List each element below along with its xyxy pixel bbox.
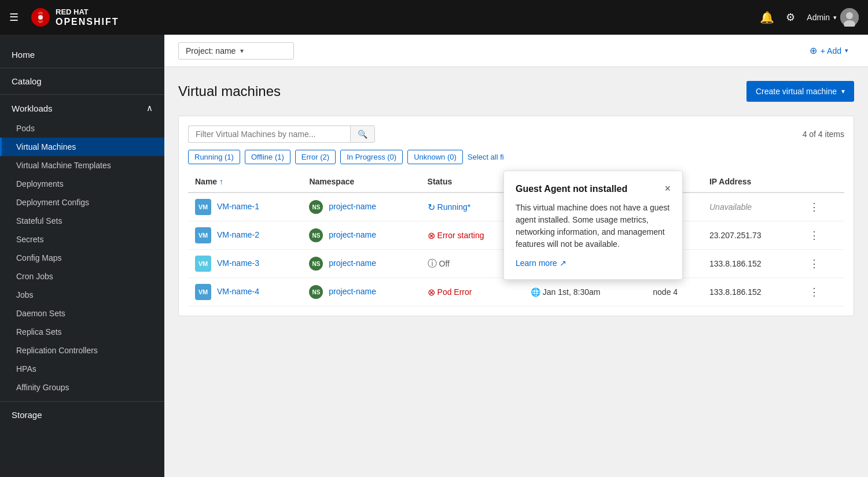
project-label: Project: name <box>186 46 236 56</box>
sidebar-item-affinity-groups[interactable]: Affinity Groups <box>0 378 164 397</box>
vm-name-cell: VM VM-name-4 <box>188 278 302 306</box>
row-kebab-menu[interactable]: ⋮ <box>806 199 823 215</box>
vm-badge: VM <box>195 199 211 215</box>
ns-link[interactable]: project-name <box>329 287 376 296</box>
row-kebab-menu[interactable]: ⋮ <box>806 256 823 271</box>
sidebar-home-section: Home Catalog Workloads ∧ PodsVirtual Mac… <box>0 35 164 430</box>
vm-name-link[interactable]: VM-name-1 <box>217 202 259 211</box>
sidebar-item-replication-controllers[interactable]: Replication Controllers <box>0 341 164 360</box>
sidebar-workloads[interactable]: Workloads ∧ <box>0 97 164 119</box>
page-title: Virtual machines <box>178 83 281 99</box>
user-menu[interactable]: Admin ▾ <box>807 8 859 27</box>
sidebar-item-secrets[interactable]: Secrets <box>0 230 164 249</box>
sidebar: Home Catalog Workloads ∧ PodsVirtual Mac… <box>0 35 164 477</box>
vm-namespace-cell: NS project-name <box>302 193 420 221</box>
sidebar-item-deployment-configs[interactable]: Deployment Configs <box>0 193 164 212</box>
status-running-icon: ↻ <box>428 202 435 213</box>
row-kebab-menu[interactable]: ⋮ <box>806 228 823 243</box>
add-button[interactable]: ⊕ + Add ▾ <box>804 42 854 60</box>
filter-search-button[interactable]: 🔍 <box>350 125 375 143</box>
popover-header: Guest Agent not installed × <box>516 183 671 195</box>
status-text: Pod Error <box>437 287 472 297</box>
vm-name-link[interactable]: VM-name-4 <box>217 287 259 296</box>
user-chevron-icon: ▾ <box>833 14 837 21</box>
ns-badge: NS <box>309 257 323 271</box>
user-label: Admin <box>807 13 830 22</box>
avatar <box>840 8 859 27</box>
popover-body: This virtual machine does not have a gue… <box>516 202 671 250</box>
filter-tag-error[interactable]: Error (2) <box>295 150 336 164</box>
learn-more-icon: ↗ <box>560 258 567 268</box>
svg-point-4 <box>846 12 853 19</box>
col-ip: IP Address <box>703 171 799 193</box>
page-title-row: Virtual machines Create virtual machine … <box>178 81 854 102</box>
table-row: VM VM-name-4 NS project-name ⊗ Pod Error… <box>188 278 844 306</box>
filter-input-wrap: 🔍 <box>188 125 375 143</box>
guest-agent-popover: Guest Agent not installed × This virtual… <box>503 171 683 280</box>
row-kebab-menu[interactable]: ⋮ <box>806 284 823 299</box>
sidebar-item-jobs[interactable]: Jobs <box>0 286 164 304</box>
vm-badge: VM <box>195 256 211 272</box>
add-plus-icon: ⊕ <box>810 45 817 56</box>
create-btn-chevron-icon: ▾ <box>841 87 845 95</box>
sidebar-item-pods[interactable]: Pods <box>0 119 164 138</box>
ns-link[interactable]: project-name <box>329 202 376 211</box>
create-vm-button[interactable]: Create virtual machine ▾ <box>746 81 854 102</box>
popover-close-button[interactable]: × <box>664 183 671 195</box>
logo-text: RED HATOPENSHIFT <box>56 8 119 28</box>
sidebar-item-replica-sets[interactable]: Replica Sets <box>0 323 164 341</box>
vm-badge: VM <box>195 284 211 300</box>
vm-namespace-cell: NS project-name <box>302 250 420 278</box>
vm-ip-cell: 133.8.186.152 <box>703 250 799 278</box>
sidebar-storage[interactable]: Storage <box>0 404 164 426</box>
filter-tag-unknown[interactable]: Unknown (0) <box>407 150 463 164</box>
filter-tag-offline[interactable]: Offline (1) <box>245 150 290 164</box>
sidebar-item-virtual-machine-templates[interactable]: Virtual Machine Templates <box>0 156 164 175</box>
filter-tags: Running (1)Offline (1)Error (2)In Progre… <box>188 150 844 164</box>
redhat-logo-icon <box>30 7 51 28</box>
settings-icon[interactable]: ⚙ <box>786 11 795 24</box>
select-all-link[interactable]: Select all fi <box>468 153 504 161</box>
vm-actions-cell: ⋮ <box>799 221 844 250</box>
sidebar-catalog[interactable]: Catalog <box>0 71 164 92</box>
vm-name-cell: VM VM-name-1 <box>188 193 302 221</box>
vm-name-link[interactable]: VM-name-2 <box>217 230 259 239</box>
status-error-icon: ⊗ <box>428 230 435 241</box>
sidebar-item-daemon-sets[interactable]: Daemon Sets <box>0 304 164 323</box>
sidebar-item-hpas[interactable]: HPAs <box>0 360 164 378</box>
last-seen-text: Jan 1st, 8:30am <box>543 287 601 297</box>
sidebar-item-cron-jobs[interactable]: Cron Jobs <box>0 267 164 286</box>
project-select[interactable]: Project: name ▾ <box>178 42 294 60</box>
ns-link[interactable]: project-name <box>329 230 376 239</box>
items-count: 4 of 4 items <box>803 130 844 139</box>
status-text: Error starting <box>437 231 484 240</box>
vm-name-link[interactable]: VM-name-3 <box>217 258 259 268</box>
notifications-icon[interactable]: 🔔 <box>760 10 774 24</box>
sidebar-item-config-maps[interactable]: Config Maps <box>0 249 164 267</box>
add-chevron-icon: ▾ <box>845 47 848 54</box>
search-icon: 🔍 <box>358 130 367 139</box>
svg-point-2 <box>38 15 43 20</box>
vm-ip-cell: 133.8.186.152 <box>703 278 799 306</box>
vm-ip-cell: Unavailable <box>703 193 799 221</box>
sidebar-item-virtual-machines[interactable]: Virtual Machines <box>0 138 164 156</box>
vm-name-cell: VM VM-name-2 <box>188 221 302 250</box>
status-off-icon: ⓘ <box>428 258 437 270</box>
sidebar-home[interactable]: Home <box>0 44 164 65</box>
filter-tag-running[interactable]: Running (1) <box>188 150 240 164</box>
filter-tag-in-progress[interactable]: In Progress (0) <box>340 150 403 164</box>
sidebar-item-deployments[interactable]: Deployments <box>0 175 164 193</box>
filter-input[interactable] <box>188 125 350 143</box>
ns-badge: NS <box>309 228 323 242</box>
ns-link[interactable]: project-name <box>329 258 376 268</box>
vm-name-cell: VM VM-name-3 <box>188 250 302 278</box>
workloads-chevron-icon: ∧ <box>146 103 153 113</box>
vm-actions-cell: ⋮ <box>799 250 844 278</box>
vm-badge: VM <box>195 227 211 243</box>
vm-actions-cell: ⋮ <box>799 278 844 306</box>
learn-more-link[interactable]: Learn more ↗ <box>516 258 671 268</box>
name-sort-icon[interactable]: ↑ <box>219 177 223 186</box>
logo: RED HATOPENSHIFT <box>30 7 119 28</box>
sidebar-item-stateful-sets[interactable]: Stateful Sets <box>0 212 164 230</box>
hamburger-menu[interactable]: ☰ <box>9 11 19 24</box>
